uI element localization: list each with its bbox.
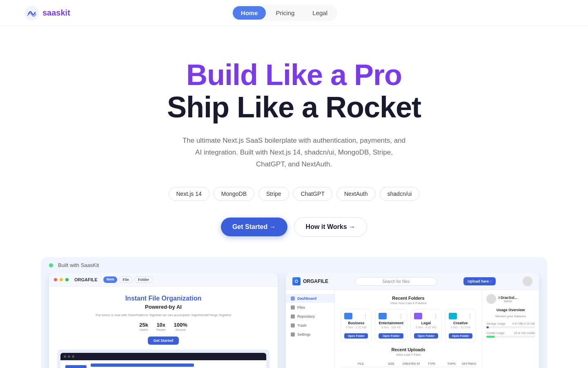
screenshot-label: Built with SaasKit [58,262,99,268]
right-sidebar-dashboard[interactable]: Dashboard [286,294,334,303]
right-app-topbar: O ORGAFILE Search for files Upload here … [286,273,539,290]
nav-home[interactable]: Home [233,6,266,20]
nav-links: Home Pricing Legal [231,4,337,21]
folder-creative-dots[interactable]: ⋮ [468,314,472,319]
right-main-content: Recent Folders View Your Last 4 Folders … [335,290,482,368]
inner-main-row-1 [91,364,194,367]
folder-business-open[interactable]: Open Folder [344,333,368,339]
right-sidebar-trash[interactable]: Trash [286,321,334,330]
trash-icon [291,323,295,328]
folder-legal-dots[interactable]: ⋮ [433,314,438,319]
repository-icon [291,314,295,319]
storage-usage-bar-bg [486,326,535,328]
right-app-screenshot: O ORGAFILE Search for files Upload here … [286,273,539,368]
folder-legal-open[interactable]: Open Folder [414,333,438,339]
right-search[interactable]: Search for files [355,277,437,286]
badge-chatgpt: ChatGPT [293,187,332,201]
stat-secure-num: 100% [174,322,187,328]
pill-file[interactable]: File [119,276,133,283]
folder-business-name: Business [344,321,368,325]
folder-legal-size: 3 files - 4.62 MG [414,326,438,329]
inner-sidebar [64,364,88,368]
folder-entertainment-size: 8 files - 934 KB [379,326,403,329]
inner-dot-2 [68,355,70,358]
right-sidebar-trash-label: Trash [297,323,307,328]
folder-entertainment-icon-row: ⋮ [379,313,403,319]
badge-stripe: Stripe [258,187,289,201]
right-sidebar-settings-label: Settings [297,332,311,337]
right-sidebar: Dashboard Files Repository Trash [286,290,335,368]
nav-legal[interactable]: Legal [304,6,336,20]
storage-usage-bar-fill [486,326,489,328]
left-app-headline: Instant File Organization [57,295,270,302]
stat-secure-label: Secure [174,328,187,332]
folder-entertainment-open[interactable]: Open Folder [379,333,403,339]
folder-creative-name: Creative [449,321,472,325]
folder-business-dots[interactable]: ⋮ [363,314,368,319]
logo-text: saaskit [42,8,70,18]
settings-icon [291,332,295,337]
folder-legal: ⋮ Legal 3 files - 4.62 MG Open Folder [410,309,442,342]
hero-section: Build Like a Pro Ship Like a Rocket The … [0,26,588,368]
left-app-pills: New File Folder [103,276,153,283]
panel-user-role: Starter [499,300,517,303]
files-icon [291,305,295,310]
credits-usage-row: Credits Usage 18 of 100 credits [486,332,535,338]
screenshots-row: ORGAFILE New File Folder Instant File Or… [41,273,547,368]
left-app-screenshot: ORGAFILE New File Folder Instant File Or… [49,273,278,368]
panel-section-sub: Monitor your balance [486,314,535,318]
window-dot-green [49,263,53,267]
navbar: saaskit Home Pricing Legal [0,0,588,26]
right-sidebar-repository-label: Repository [297,314,315,319]
uploads-table: FILE SIZE CREATED AT TYPE TOPIC SETTINGS [341,361,476,368]
badge-nextjs: Next.js 14 [169,187,209,201]
recent-uploads-sub: View Last 7 Files [341,353,476,357]
folder-creative-open[interactable]: Open Folder [449,333,472,339]
panel-user-name: I DracSsl... [499,296,517,300]
right-logo-text: ORGAFILE [303,278,328,284]
panel-section-title: Usage Overview [486,308,535,312]
stat-users: 25k Users [139,322,148,332]
uploads-header: FILE SIZE CREATED AT TYPE TOPIC SETTINGS [341,361,476,367]
folders-grid: ⋮ Business 3 files - 2.32 MB Open Folder… [341,309,476,342]
dot-yellow [60,278,63,281]
logo[interactable]: saaskit [24,6,70,20]
right-sidebar-settings[interactable]: Settings [286,330,334,339]
hero-subtitle: The ultimate Next.js SaaS boilerplate wi… [180,135,408,171]
pill-new[interactable]: New [103,276,118,283]
credits-usage-label: Credits Usage 18 of 100 credits [486,332,535,334]
recent-folders-title: Recent Folders [341,296,476,301]
folder-entertainment-dots[interactable]: ⋮ [399,314,403,319]
panel-avatar [486,294,496,304]
how-it-works-button[interactable]: How it Works → [294,217,368,237]
stat-faster: 10x Faster [156,322,166,332]
left-app-cta: Get Started [57,337,270,345]
pill-folder[interactable]: Folder [134,276,153,283]
right-upload-button[interactable]: Upload here ↑ [463,277,496,285]
get-started-button[interactable]: Get Started → [221,218,287,236]
panel-user-row: I DracSsl... Starter [486,294,535,304]
left-app-subheadline: Powered-by AI [57,304,270,310]
left-app-cta-button[interactable]: Get Started [148,337,179,345]
col-type: TYPE [421,362,442,365]
col-settings: SETTINGS [462,362,476,365]
folder-business-size: 3 files - 2.32 MB [344,326,368,329]
folder-entertainment-name: Entertainment [379,321,403,325]
right-sidebar-files[interactable]: Files [286,303,334,312]
folder-business: ⋮ Business 3 files - 2.32 MB Open Folder [341,309,372,342]
right-user-avatar [523,276,532,286]
hero-title-line1: Build Like a Pro [186,59,402,91]
stat-users-label: Users [139,328,148,332]
uploads-section: Recent Uploads View Last 7 Files FILE SI… [341,347,476,368]
right-sidebar-repository[interactable]: Repository [286,312,334,321]
stat-faster-num: 10x [156,322,166,328]
right-logo-area: O ORGAFILE [292,277,328,285]
inner-screenshot [57,350,270,368]
inner-main [91,364,263,368]
recent-folders-sub: View Your Last 4 Folders [341,301,476,305]
right-logo-icon: O [292,277,301,285]
tech-badges: Next.js 14 MongoDB Stripe ChatGPT NextAu… [169,187,420,201]
badge-mongodb: MongoDB [214,187,254,201]
nav-pricing[interactable]: Pricing [267,6,303,20]
dot-red [54,278,57,281]
